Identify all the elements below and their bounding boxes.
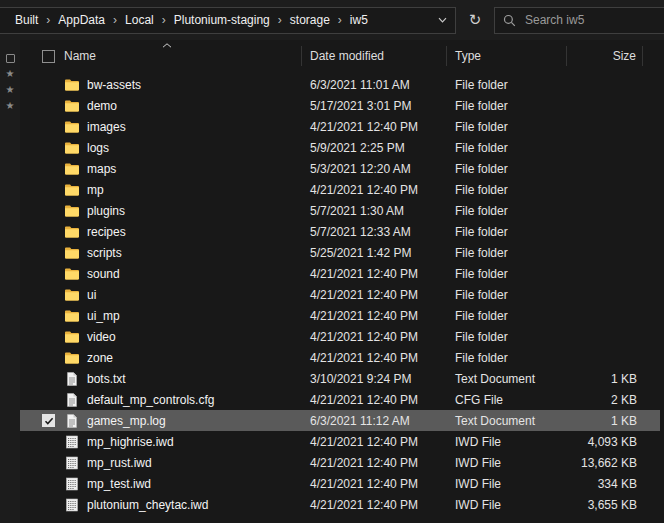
file-name-cell: sound xyxy=(20,266,302,282)
file-date-modified: 5/3/2021 12:20 AM xyxy=(302,162,447,176)
file-row[interactable]: zone4/21/2021 12:40 PMFile folder xyxy=(20,347,660,368)
file-row[interactable]: plutonium_cheytac.iwd4/21/2021 12:40 PMI… xyxy=(20,494,660,515)
folder-icon xyxy=(64,203,80,219)
folder-icon xyxy=(64,98,80,114)
file-type: File folder xyxy=(447,225,567,239)
folder-icon xyxy=(64,119,80,135)
file-row[interactable]: bots.txt3/10/2021 9:24 PMText Document1 … xyxy=(20,368,660,389)
search-box[interactable] xyxy=(494,7,664,34)
file-row[interactable]: mp_test.iwd4/21/2021 12:40 PMIWD File334… xyxy=(20,473,660,494)
file-type: File folder xyxy=(447,351,567,365)
file-date-modified: 6/3/2021 11:01 AM xyxy=(302,78,447,92)
file-date-modified: 4/21/2021 12:40 PM xyxy=(302,288,447,302)
file-name: sound xyxy=(87,267,120,281)
file-row[interactable]: scripts5/25/2021 1:42 PMFile folder xyxy=(20,242,660,263)
column-header-type-label: Type xyxy=(455,49,481,63)
folder-icon xyxy=(64,329,80,345)
file-type: File folder xyxy=(447,99,567,113)
folder-icon xyxy=(64,287,80,303)
file-row[interactable]: sound4/21/2021 12:40 PMFile folder xyxy=(20,263,660,284)
file-size: 334 KB xyxy=(567,477,643,491)
file-type: File folder xyxy=(447,120,567,134)
file-name-cell: bots.txt xyxy=(20,371,302,387)
iwd-file-icon xyxy=(64,497,80,513)
file-name-cell: zone xyxy=(20,350,302,366)
folder-icon xyxy=(64,245,80,261)
text-file-icon xyxy=(64,413,80,429)
file-row[interactable]: mp4/21/2021 12:40 PMFile folder xyxy=(20,179,660,200)
file-row[interactable]: video4/21/2021 12:40 PMFile folder xyxy=(20,326,660,347)
address-history-dropdown-button[interactable] xyxy=(431,9,453,32)
file-row[interactable]: ui4/21/2021 12:40 PMFile folder xyxy=(20,284,660,305)
file-row[interactable]: bw-assets6/3/2021 11:01 AMFile folder xyxy=(20,74,660,95)
file-row[interactable]: plugins5/7/2021 1:30 AMFile folder xyxy=(20,200,660,221)
explorer-content: ★★★ Name Date modified Type Size xyxy=(0,40,664,523)
row-checkbox[interactable] xyxy=(42,414,55,427)
address-bar[interactable]: Built›AppData›Local›Plutonium-staging›st… xyxy=(0,7,456,34)
breadcrumb-item[interactable]: Plutonium-staging xyxy=(167,10,277,30)
file-row[interactable]: mp_highrise.iwd4/21/2021 12:40 PMIWD Fil… xyxy=(20,431,660,452)
search-input[interactable] xyxy=(523,12,664,28)
file-row[interactable]: default_mp_controls.cfg4/21/2021 12:40 P… xyxy=(20,389,660,410)
file-row[interactable]: ui_mp4/21/2021 12:40 PMFile folder xyxy=(20,305,660,326)
shortcut-icon[interactable] xyxy=(6,54,15,63)
column-header-name[interactable]: Name xyxy=(20,46,302,66)
file-date-modified: 5/9/2021 2:25 PM xyxy=(302,141,447,155)
file-type: File folder xyxy=(447,183,567,197)
breadcrumb-item[interactable]: Local xyxy=(118,10,161,30)
file-row[interactable]: demo5/17/2021 3:01 PMFile folder xyxy=(20,95,660,116)
file-name-cell: mp_rust.iwd xyxy=(20,455,302,471)
iwd-file-icon xyxy=(64,434,80,450)
file-date-modified: 5/7/2021 1:30 AM xyxy=(302,204,447,218)
file-row[interactable]: games_mp.log6/3/2021 11:12 AMText Docume… xyxy=(20,410,660,431)
file-date-modified: 5/7/2021 12:33 AM xyxy=(302,225,447,239)
file-row[interactable]: mp_rust.iwd4/21/2021 12:40 PMIWD File13,… xyxy=(20,452,660,473)
file-name-cell: plutonium_cheytac.iwd xyxy=(20,497,302,513)
pinned-item-icon[interactable]: ★ xyxy=(6,68,15,79)
breadcrumb-item[interactable]: iw5 xyxy=(343,10,375,30)
navigation-rail[interactable]: ★★★ xyxy=(0,40,20,523)
column-header-size[interactable]: Size xyxy=(567,46,643,66)
file-name: scripts xyxy=(87,246,122,260)
column-header-date-modified[interactable]: Date modified xyxy=(302,46,447,66)
file-type: File folder xyxy=(447,246,567,260)
file-name: ui_mp xyxy=(87,309,120,323)
column-header-type[interactable]: Type xyxy=(447,46,567,66)
file-type: File folder xyxy=(447,204,567,218)
search-icon xyxy=(503,14,516,27)
breadcrumb-item[interactable]: Built xyxy=(8,10,45,30)
sort-ascending-icon xyxy=(162,43,172,48)
file-row[interactable]: logs5/9/2021 2:25 PMFile folder xyxy=(20,137,660,158)
select-all-checkbox[interactable] xyxy=(42,50,55,63)
breadcrumb-item[interactable]: storage xyxy=(283,10,337,30)
file-row[interactable]: images4/21/2021 12:40 PMFile folder xyxy=(20,116,660,137)
file-name: mp xyxy=(87,183,104,197)
refresh-button[interactable]: ↻ xyxy=(464,7,486,34)
file-name-cell: plugins xyxy=(20,203,302,219)
pinned-item-icon[interactable]: ★ xyxy=(6,84,15,95)
file-row[interactable]: recipes5/7/2021 12:33 AMFile folder xyxy=(20,221,660,242)
file-rows: bw-assets6/3/2021 11:01 AMFile folderdem… xyxy=(20,74,664,515)
file-date-modified: 4/21/2021 12:40 PM xyxy=(302,267,447,281)
breadcrumb-item[interactable]: AppData xyxy=(51,10,112,30)
file-explorer-window: Built›AppData›Local›Plutonium-staging›st… xyxy=(0,0,664,523)
file-name: logs xyxy=(87,141,109,155)
file-name: default_mp_controls.cfg xyxy=(87,393,214,407)
iwd-file-icon xyxy=(64,476,80,492)
file-size: 13,662 KB xyxy=(567,456,643,470)
file-name-cell: bw-assets xyxy=(20,77,302,93)
toolbar: Built›AppData›Local›Plutonium-staging›st… xyxy=(0,0,664,40)
file-type: File folder xyxy=(447,78,567,92)
file-date-modified: 4/21/2021 12:40 PM xyxy=(302,393,447,407)
file-date-modified: 5/17/2021 3:01 PM xyxy=(302,99,447,113)
file-row[interactable]: maps5/3/2021 12:20 AMFile folder xyxy=(20,158,660,179)
file-name-cell: recipes xyxy=(20,224,302,240)
pinned-item-icon[interactable]: ★ xyxy=(6,100,15,111)
file-name: zone xyxy=(87,351,113,365)
file-type: CFG File xyxy=(447,393,567,407)
file-list: Name Date modified Type Size bw-assets6/… xyxy=(20,40,664,523)
folder-icon xyxy=(64,140,80,156)
column-header-date-label: Date modified xyxy=(310,49,384,63)
file-name: images xyxy=(87,120,126,134)
file-name: games_mp.log xyxy=(87,414,166,428)
